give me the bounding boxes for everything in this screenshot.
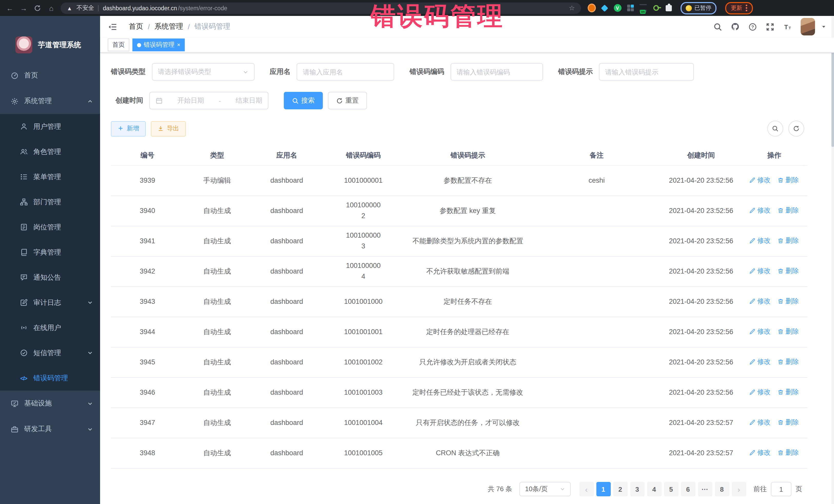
browser-home-icon[interactable]: ⌂ xyxy=(47,4,56,12)
font-size-icon[interactable] xyxy=(783,22,792,31)
extension-icon[interactable] xyxy=(626,4,634,12)
sidebar-item[interactable]: 系统管理 xyxy=(0,88,100,114)
delete-link[interactable]: 删除 xyxy=(778,266,799,276)
chevron-down-icon[interactable] xyxy=(821,24,827,30)
extension-icon[interactable]: on xyxy=(639,4,647,12)
row-type: 自动生成 xyxy=(184,448,250,459)
sidebar-item[interactable]: 菜单管理 xyxy=(0,164,100,190)
page-button[interactable]: 5 xyxy=(664,482,678,496)
delete-link[interactable]: 删除 xyxy=(778,296,799,306)
browser-reload-icon[interactable] xyxy=(33,4,42,12)
sidebar-item[interactable]: 部门管理 xyxy=(0,190,100,215)
page-button[interactable]: 3 xyxy=(630,482,644,496)
fullscreen-icon[interactable] xyxy=(766,22,774,31)
page-button[interactable]: 2 xyxy=(613,482,628,496)
delete-link[interactable]: 删除 xyxy=(778,175,799,185)
paused-pill[interactable]: 已暂停 xyxy=(681,2,717,14)
breadcrumb-item[interactable]: 系统管理 xyxy=(154,22,183,31)
github-icon[interactable] xyxy=(731,22,740,31)
sidebar-item[interactable]: 在线用户 xyxy=(0,315,100,340)
edit-link[interactable]: 修改 xyxy=(750,417,771,427)
delete-link[interactable]: 删除 xyxy=(778,205,799,215)
hamburger-icon[interactable] xyxy=(108,22,117,31)
delete-link[interactable]: 删除 xyxy=(778,235,799,246)
reset-button[interactable]: 重置 xyxy=(328,92,367,109)
add-button[interactable]: 新增 xyxy=(111,121,146,136)
page-ellipsis[interactable]: ··· xyxy=(698,482,712,496)
sidebar-item[interactable]: </>错误码管理 xyxy=(0,366,100,391)
next-page-button[interactable]: › xyxy=(731,482,746,496)
app-name-input[interactable] xyxy=(297,63,394,81)
delete-link[interactable]: 删除 xyxy=(778,447,799,458)
page-button[interactable]: 8 xyxy=(715,482,729,496)
row-code: 100100000 3 xyxy=(323,231,403,252)
refresh-table-button[interactable] xyxy=(788,120,804,136)
edit-link[interactable]: 修改 xyxy=(750,296,771,306)
goto-page-input[interactable] xyxy=(771,482,791,496)
error-code-input[interactable] xyxy=(451,63,543,81)
edit-link[interactable]: 修改 xyxy=(750,266,771,276)
sidebar-item[interactable]: 角色管理 xyxy=(0,139,100,164)
error-type-select[interactable]: 请选择错误码类型 xyxy=(152,63,254,81)
edit-link[interactable]: 修改 xyxy=(750,175,771,185)
show-search-toggle-button[interactable] xyxy=(767,120,783,136)
sidebar-item-label: 短信管理 xyxy=(34,348,87,357)
page-button[interactable]: 1 xyxy=(596,482,611,496)
puzzle-extension-icon[interactable] xyxy=(665,4,673,12)
tag-label: 首页 xyxy=(112,41,125,49)
help-icon[interactable] xyxy=(748,22,757,31)
user-avatar[interactable] xyxy=(800,18,815,36)
delete-link[interactable]: 删除 xyxy=(778,417,799,427)
page-button[interactable]: 4 xyxy=(647,482,661,496)
extension-icon[interactable] xyxy=(588,4,596,12)
close-icon[interactable]: × xyxy=(177,42,180,48)
emoji-icon xyxy=(686,5,692,11)
download-icon xyxy=(158,125,164,132)
scrollbar-track[interactable] xyxy=(831,16,834,504)
tab-inactive[interactable]: 首页 xyxy=(108,39,129,51)
row-app: dashboard xyxy=(250,357,323,368)
row-type: 自动生成 xyxy=(184,297,250,307)
bookmark-star-icon[interactable]: ☆ xyxy=(569,4,575,12)
update-button[interactable]: 更新 xyxy=(725,2,753,14)
sidebar-item[interactable]: 审计日志 xyxy=(0,290,100,315)
security-label[interactable]: 不安全 xyxy=(76,4,94,12)
kebab-menu-icon[interactable] xyxy=(746,5,747,11)
sidebar-item[interactable]: 研发工具 xyxy=(0,416,100,442)
prev-page-button[interactable]: ‹ xyxy=(579,482,594,496)
sidebar-item[interactable]: 短信管理 xyxy=(0,340,100,366)
row-type: 自动生成 xyxy=(184,418,250,428)
sidebar-item[interactable]: 首页 xyxy=(0,63,100,88)
delete-link[interactable]: 删除 xyxy=(778,326,799,336)
sidebar-item[interactable]: 字典管理 xyxy=(0,240,100,265)
extension-icon[interactable] xyxy=(652,4,660,12)
tab-active[interactable]: 错误码管理× xyxy=(132,39,185,51)
sidebar-item[interactable]: 通知公告 xyxy=(0,265,100,290)
extension-icon[interactable] xyxy=(600,4,609,12)
browser-forward-icon[interactable]: → xyxy=(19,4,28,12)
sidebar-item[interactable]: 岗位管理 xyxy=(0,215,100,240)
export-button[interactable]: 导出 xyxy=(151,121,186,136)
app-logo-row[interactable]: 芋道管理系统 xyxy=(0,16,100,60)
edit-link[interactable]: 修改 xyxy=(750,387,771,397)
sidebar-item[interactable]: 基础设施 xyxy=(0,391,100,416)
date-range-picker[interactable]: 开始日期 - 结束日期 xyxy=(149,92,268,109)
search-button[interactable]: 搜索 xyxy=(284,92,323,109)
delete-link[interactable]: 删除 xyxy=(778,387,799,397)
edit-link[interactable]: 修改 xyxy=(750,205,771,215)
edit-link[interactable]: 修改 xyxy=(750,235,771,246)
edit-link[interactable]: 修改 xyxy=(750,356,771,367)
browser-back-icon[interactable]: ← xyxy=(5,4,14,12)
extension-icon[interactable]: V xyxy=(613,4,621,12)
error-message-input[interactable] xyxy=(599,63,694,81)
page-size-select[interactable]: 10条/页 xyxy=(520,482,571,496)
edit-link[interactable]: 修改 xyxy=(750,326,771,336)
scrollbar-thumb[interactable] xyxy=(831,39,834,147)
sidebar-item[interactable]: 用户管理 xyxy=(0,114,100,139)
edit-link[interactable]: 修改 xyxy=(750,447,771,458)
address-bar[interactable]: ▲ 不安全 dashboard.yudao.iocoder.cn/system/… xyxy=(61,2,581,14)
breadcrumb-item[interactable]: 首页 xyxy=(129,22,143,31)
page-button[interactable]: 6 xyxy=(681,482,695,496)
delete-link[interactable]: 删除 xyxy=(778,356,799,367)
search-icon[interactable] xyxy=(714,22,722,31)
